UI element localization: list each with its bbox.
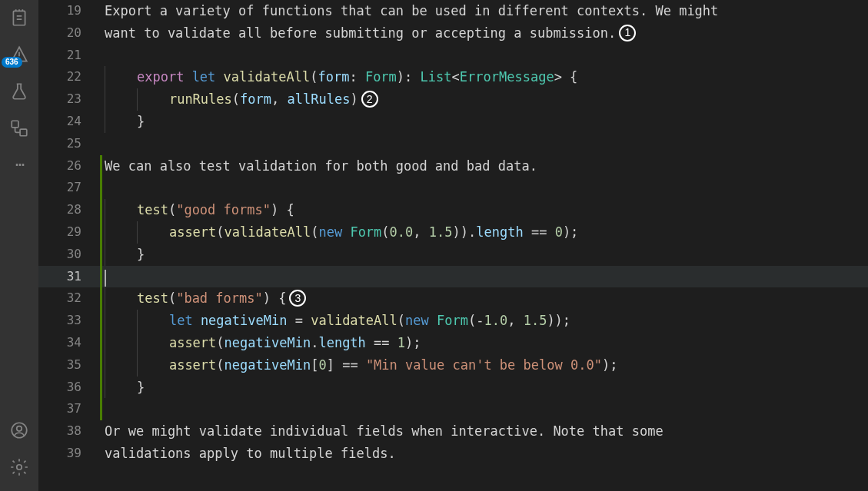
code-content[interactable]: We can also test validation for both goo… [105,155,537,177]
code-content[interactable] [105,266,106,288]
git-gutter-bar [100,22,102,45]
line-number[interactable]: 24 [38,111,100,133]
git-gutter-bar [100,111,102,133]
code-content[interactable]: validations apply to multiple fields. [105,443,396,465]
git-gutter-bar [100,377,102,399]
editor-line[interactable]: 34 assert(negativeMin.length == 1); [38,332,868,354]
activity-bar-bottom [9,420,29,491]
editor-line[interactable]: 31 [38,266,868,288]
line-number[interactable]: 32 [38,287,100,310]
annotation-marker: 3 [289,290,306,307]
git-gutter-bar [100,310,102,332]
editor-line[interactable]: 26We can also test validation for both g… [38,155,868,177]
line-number[interactable]: 26 [38,155,100,177]
app-root: 636 … 19Export a variety of functions th… [0,0,868,491]
editor-line[interactable]: 37 [38,398,868,420]
more-icon[interactable]: … [15,155,23,166]
code-content[interactable]: test("good forms") { [105,199,294,221]
line-number[interactable]: 30 [38,244,100,266]
git-gutter-bar [100,266,102,288]
svg-point-5 [17,426,22,432]
line-number[interactable]: 36 [38,377,100,399]
code-editor[interactable]: 19Export a variety of functions that can… [38,0,868,491]
code-content[interactable]: runRules(form, allRules)2 [105,88,378,111]
svg-rect-3 [20,129,27,136]
settings-gear-icon[interactable] [9,457,29,477]
line-number[interactable]: 28 [38,199,100,221]
editor-lines: 19Export a variety of functions that can… [38,0,868,465]
line-number[interactable]: 38 [38,420,100,443]
editor-line[interactable]: 21 [38,45,868,67]
code-content[interactable]: assert(negativeMin[0] == "Min value can'… [105,354,617,377]
editor-line[interactable]: 35 assert(negativeMin[0] == "Min value c… [38,354,868,377]
test-count-badge: 636 [2,57,22,68]
svg-rect-0 [13,11,25,25]
code-content[interactable]: assert(negativeMin.length == 1); [105,332,421,354]
editor-line[interactable]: 22 export let validateAll(form: Form): L… [38,66,868,88]
git-gutter-bar [100,244,102,266]
code-content[interactable]: Export a variety of functions that can b… [105,0,718,22]
editor-line[interactable]: 27 [38,177,868,199]
git-gutter-bar [100,133,102,155]
line-number[interactable]: 25 [38,133,100,155]
flowchart-icon[interactable] [9,118,29,138]
line-number[interactable]: 37 [38,398,100,420]
editor-line[interactable]: 29 assert(validateAll(new Form(0.0, 1.5)… [38,221,868,244]
line-number[interactable]: 39 [38,443,100,465]
git-gutter-bar [100,88,102,111]
test-run-icon[interactable]: 636 [9,45,29,65]
line-number[interactable]: 22 [38,66,100,88]
line-number[interactable]: 27 [38,177,100,199]
line-number[interactable]: 33 [38,310,100,332]
editor-line[interactable]: 39validations apply to multiple fields. [38,443,868,465]
line-number[interactable]: 21 [38,45,100,67]
editor-line[interactable]: 36 } [38,377,868,399]
editor-line[interactable]: 33 let negativeMin = validateAll(new For… [38,310,868,332]
git-gutter-bar [100,45,102,67]
account-icon[interactable] [9,420,29,440]
editor-line[interactable]: 30 } [38,244,868,266]
editor-line[interactable]: 28 test("good forms") { [38,199,868,221]
editor-line[interactable]: 38Or we might validate individual fields… [38,420,868,443]
text-cursor [105,270,106,287]
beaker-icon[interactable] [9,81,29,101]
git-gutter-bar [100,354,102,377]
activity-bar: 636 … [0,0,38,491]
git-gutter-bar [100,0,102,22]
annotation-marker: 2 [361,91,378,108]
git-gutter-bar [100,443,102,465]
code-content[interactable]: assert(validateAll(new Form(0.0, 1.5)).l… [105,221,578,244]
line-number[interactable]: 20 [38,22,100,45]
editor-line[interactable]: 32 test("bad forms") {3 [38,287,868,310]
git-gutter-bar [100,221,102,244]
git-gutter-bar [100,177,102,199]
code-content[interactable]: want to validate all before submitting o… [105,22,636,45]
git-gutter-bar [100,199,102,221]
code-content[interactable]: test("bad forms") {3 [105,287,306,310]
code-content[interactable]: } [105,377,145,399]
git-gutter-bar [100,66,102,88]
editor-line[interactable]: 23 runRules(form, allRules)2 [38,88,868,111]
git-gutter-bar [100,398,102,420]
code-content[interactable]: Or we might validate individual fields w… [105,420,663,443]
svg-point-6 [17,465,22,470]
code-content[interactable]: } [105,244,145,266]
editor-line[interactable]: 20want to validate all before submitting… [38,22,868,45]
editor-line[interactable]: 25 [38,133,868,155]
annotation-marker: 1 [619,25,636,41]
line-number[interactable]: 35 [38,354,100,377]
line-number[interactable]: 29 [38,221,100,244]
line-number[interactable]: 23 [38,88,100,111]
line-number[interactable]: 31 [38,266,100,288]
code-content[interactable]: export let validateAll(form: Form): List… [105,66,577,88]
git-gutter-bar [100,287,102,310]
code-content[interactable]: let negativeMin = validateAll(new Form(-… [105,310,570,332]
line-number[interactable]: 19 [38,0,100,22]
svg-rect-2 [12,121,18,128]
code-content[interactable]: } [105,111,145,133]
activity-bar-top: 636 … [9,8,29,420]
line-number[interactable]: 34 [38,332,100,354]
editor-line[interactable]: 24 } [38,111,868,133]
editor-line[interactable]: 19Export a variety of functions that can… [38,0,868,22]
notepad-icon[interactable] [9,8,29,28]
